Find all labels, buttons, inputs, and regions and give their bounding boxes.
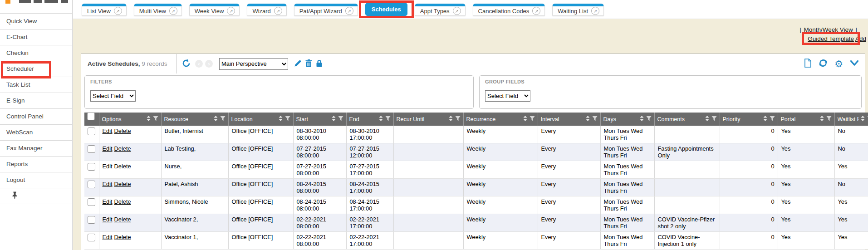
sort-icon[interactable] [379, 116, 383, 123]
column-header-resource[interactable]: Resource [161, 113, 228, 126]
column-header-comments[interactable]: Comments [654, 113, 720, 126]
filter-funnel-icon[interactable] [385, 116, 391, 123]
delete-link[interactable]: Delete [114, 127, 131, 134]
next-button[interactable]: › [205, 60, 213, 68]
external-link-icon[interactable]: ↗ [591, 7, 599, 15]
sidebar-item-logout[interactable]: Logout [0, 172, 72, 188]
tab-list-view[interactable]: List View↗ [82, 4, 127, 16]
column-header-options[interactable]: Options [99, 113, 161, 126]
external-link-icon[interactable]: ↗ [453, 7, 461, 15]
sidebar-item-reports[interactable]: Reports [0, 157, 72, 172]
filter-funnel-icon[interactable] [711, 116, 717, 123]
delete-link[interactable]: Delete [114, 216, 131, 223]
tab-pat-appt-wizard[interactable]: Pat/Appt Wizard↗ [294, 4, 358, 16]
tab-waiting-list[interactable]: Waiting List↗ [552, 4, 604, 16]
delete-link[interactable]: Delete [114, 234, 131, 240]
filter-funnel-icon[interactable] [530, 116, 535, 123]
sidebar-item-e-sign[interactable]: E-Sign [0, 93, 72, 109]
delete-link[interactable]: Delete [114, 181, 131, 187]
sort-icon[interactable] [332, 116, 336, 123]
tab-appt-types[interactable]: Appt Types↗ [415, 4, 466, 16]
tab-cancellation-codes[interactable]: Cancellation Codes↗ [473, 4, 545, 16]
select-all-checkbox[interactable] [87, 113, 95, 120]
tab-wizard[interactable]: Wizard↗ [247, 4, 286, 16]
edit-perspective-button[interactable] [294, 59, 302, 69]
sort-icon[interactable] [820, 116, 824, 123]
collapse-panel-button[interactable] [850, 60, 859, 68]
edit-link[interactable]: Edit [103, 145, 113, 152]
perspective-select[interactable]: Main Perspective [219, 58, 288, 70]
sidebar-item-control-panel[interactable]: Control Panel [0, 109, 72, 125]
column-header-location[interactable]: Location [228, 113, 293, 126]
sort-icon[interactable] [523, 116, 527, 123]
filter-funnel-icon[interactable] [220, 116, 226, 123]
new-document-button[interactable] [804, 59, 812, 69]
sort-icon[interactable] [279, 116, 283, 123]
edit-link[interactable]: Edit [103, 181, 113, 187]
external-link-icon[interactable]: ↗ [345, 7, 353, 15]
month-week-view-link[interactable]: Month/Week View [804, 26, 853, 33]
column-header-days[interactable]: Days [600, 113, 654, 126]
filters-field-select[interactable]: Select Field [90, 90, 136, 102]
refresh-button[interactable] [819, 59, 828, 69]
sort-icon[interactable] [640, 116, 644, 123]
row-checkbox[interactable] [88, 216, 95, 224]
column-header-recurrence[interactable]: Recurrence [463, 113, 538, 126]
lock-perspective-button[interactable] [316, 59, 323, 69]
sidebar-item-quick-view[interactable]: Quick View [0, 14, 72, 29]
external-link-icon[interactable]: ↗ [274, 7, 282, 15]
column-header-recur-until[interactable]: Recur Until [393, 113, 463, 126]
edit-link[interactable]: Edit [103, 234, 113, 240]
external-link-icon[interactable]: ↗ [227, 7, 235, 15]
sidebar-item-checkin[interactable]: Checkin [0, 45, 72, 61]
sort-icon[interactable] [147, 116, 151, 123]
add-link[interactable]: Add [855, 35, 866, 42]
group-fields-field-select[interactable]: Select Field [485, 90, 530, 102]
sidebar-pin-button[interactable] [0, 188, 72, 204]
row-checkbox[interactable] [88, 127, 95, 135]
sort-icon[interactable] [763, 116, 767, 123]
filter-funnel-icon[interactable] [455, 116, 461, 123]
sort-icon[interactable] [214, 116, 218, 123]
edit-link[interactable]: Edit [103, 198, 113, 205]
sidebar-item-fax-manager[interactable]: Fax Manager [0, 141, 72, 157]
column-header-portal[interactable]: Portal [778, 113, 834, 126]
filter-funnel-icon[interactable] [826, 116, 832, 123]
edit-link[interactable]: Edit [103, 127, 113, 134]
column-header-waitlist-po[interactable]: Waitlist Po [834, 113, 868, 126]
column-header-interval[interactable]: Interval [538, 113, 600, 126]
delete-link[interactable]: Delete [114, 198, 131, 205]
sort-icon[interactable] [861, 116, 865, 123]
filter-funnel-icon[interactable] [285, 116, 290, 123]
row-checkbox[interactable] [88, 145, 95, 153]
previous-button[interactable]: ‹ [195, 60, 203, 68]
row-checkbox[interactable] [88, 163, 95, 171]
sidebar-item-scheduler[interactable]: Scheduler [0, 61, 72, 77]
delete-perspective-button[interactable] [305, 59, 312, 69]
filter-funnel-icon[interactable] [153, 116, 158, 123]
sidebar-item-task-list[interactable]: Task List [0, 77, 72, 93]
sort-icon[interactable] [705, 116, 709, 123]
row-checkbox[interactable] [88, 234, 95, 241]
sidebar-item-e-chart[interactable]: E-Chart [0, 29, 72, 45]
filter-funnel-icon[interactable] [592, 116, 598, 123]
delete-link[interactable]: Delete [114, 145, 131, 152]
external-link-icon[interactable]: ↗ [169, 7, 177, 15]
undo-button[interactable] [182, 59, 191, 69]
row-checkbox[interactable] [88, 181, 95, 188]
filter-funnel-icon[interactable] [338, 116, 343, 123]
tab-multi-view[interactable]: Multi View↗ [134, 4, 182, 16]
column-header-end[interactable]: End [346, 113, 393, 126]
sort-icon[interactable] [449, 116, 453, 123]
column-header-start[interactable]: Start [293, 113, 346, 126]
tab-week-view[interactable]: Week View↗ [189, 4, 240, 16]
row-checkbox[interactable] [88, 198, 95, 206]
tab-schedules[interactable]: Schedules [365, 3, 407, 16]
external-link-icon[interactable]: ↗ [532, 7, 540, 15]
edit-link[interactable]: Edit [103, 163, 113, 170]
delete-link[interactable]: Delete [114, 163, 131, 170]
sort-icon[interactable] [586, 116, 590, 123]
column-header-priority[interactable]: Priority [720, 113, 778, 126]
filter-funnel-icon[interactable] [646, 116, 652, 123]
external-link-icon[interactable]: ↗ [114, 7, 122, 15]
